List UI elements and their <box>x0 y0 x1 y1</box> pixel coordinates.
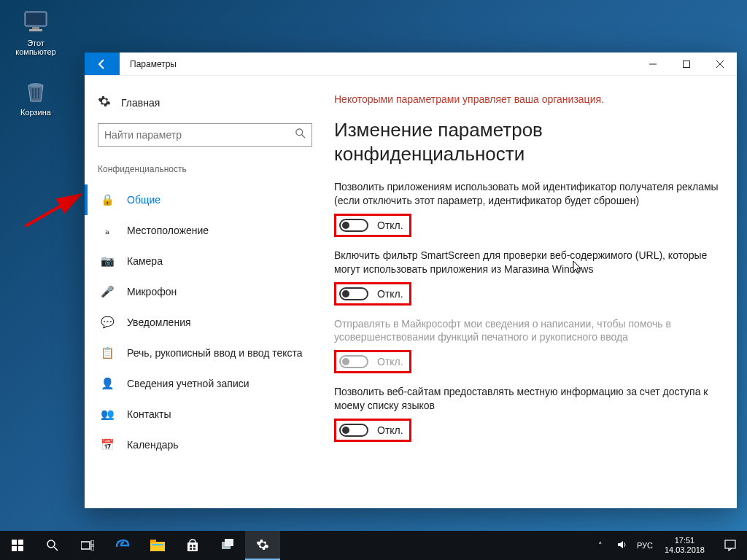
svg-point-4 <box>28 83 43 88</box>
svg-rect-15 <box>12 540 17 545</box>
taskbar: ˄ РУС 17:51 14.03.2018 <box>0 531 747 560</box>
clock-time: 17:51 <box>665 536 705 545</box>
back-button[interactable] <box>85 52 120 75</box>
search-icon <box>295 128 306 141</box>
nav-label: Микрофон <box>127 286 177 298</box>
speech-icon: 💬 <box>101 316 114 329</box>
search-input[interactable] <box>98 123 312 147</box>
nav-contacts[interactable]: 👥Контакты <box>85 399 325 429</box>
minimize-button[interactable] <box>636 52 670 75</box>
nav-label: Речь, рукописный ввод и ввод текста <box>127 347 303 359</box>
volume-icon[interactable] <box>615 540 630 551</box>
nav-label: Общие <box>127 194 160 206</box>
svg-rect-33 <box>225 539 233 546</box>
setting-desc: Позволить приложениям использовать мой и… <box>334 180 719 208</box>
toggle-switch[interactable] <box>339 424 368 437</box>
svg-rect-5 <box>32 88 34 98</box>
svg-rect-27 <box>187 542 198 551</box>
section-label: Конфиденциальность <box>85 164 325 184</box>
content-pane: Некоторыми параметрами управляет ваша ор… <box>325 76 737 508</box>
nav-label: Сведения учетной записи <box>127 378 249 389</box>
home-link[interactable]: Главная <box>85 90 325 123</box>
start-button[interactable] <box>0 531 35 560</box>
svg-point-19 <box>47 540 55 548</box>
toggle-switch[interactable] <box>339 219 368 232</box>
task-view-button[interactable] <box>70 531 105 560</box>
toggle-row: Откл. <box>334 350 411 373</box>
maximize-button[interactable] <box>670 52 703 75</box>
svg-rect-21 <box>81 542 90 549</box>
svg-rect-10 <box>684 61 690 67</box>
svg-line-8 <box>26 195 80 226</box>
language-indicator[interactable]: РУС <box>637 541 653 550</box>
monitor-icon <box>21 7 50 36</box>
toggle-switch <box>339 355 368 368</box>
desktop-icon-this-pc[interactable]: Этот компьютер <box>9 7 63 56</box>
toggle-row: Откл. <box>334 282 411 306</box>
nav-account[interactable]: 👤Сведения учетной записи <box>85 368 325 399</box>
clock[interactable]: 17:51 14.03.2018 <box>660 536 709 555</box>
page-heading: Изменение параметров конфиденциальности <box>334 118 719 166</box>
nav-camera[interactable]: 📷Камера <box>85 246 325 276</box>
svg-rect-6 <box>35 88 36 98</box>
svg-rect-31 <box>193 548 196 550</box>
svg-rect-1 <box>26 13 45 25</box>
toggle-row: Откл. <box>334 419 411 442</box>
toggle-state: Откл. <box>377 219 403 231</box>
nav-general[interactable]: 🔒Общие <box>85 184 325 215</box>
svg-rect-29 <box>193 545 196 547</box>
setting-desc: Позволить веб-сайтам предоставлять местн… <box>334 385 719 413</box>
toggle-switch[interactable] <box>339 287 368 300</box>
settings-taskbar-button[interactable] <box>245 531 280 560</box>
setting-desc: Отправлять в Майкрософт мои сведения о н… <box>334 317 719 345</box>
explorer-button[interactable] <box>140 531 175 560</box>
svg-rect-25 <box>150 540 156 542</box>
contacts-icon: 👥 <box>101 408 114 421</box>
search-field[interactable] <box>104 129 295 141</box>
lock-icon: 🔒 <box>101 193 114 206</box>
svg-rect-3 <box>29 29 42 31</box>
calendar-icon: 📅 <box>101 438 114 451</box>
svg-rect-26 <box>152 544 163 545</box>
camera-icon: 📷 <box>101 254 114 268</box>
sidebar: Главная Конфиденциальность 🔒Общие ₐМесто… <box>85 76 325 508</box>
svg-rect-7 <box>38 88 39 98</box>
svg-point-13 <box>296 129 303 136</box>
close-button[interactable] <box>703 52 737 75</box>
setting-desc: Включить фильтр SmartScreen для проверки… <box>334 249 719 276</box>
app-button[interactable] <box>210 531 245 560</box>
search-button[interactable] <box>35 531 70 560</box>
desktop-icon-recycle-bin[interactable]: Корзина <box>9 77 63 117</box>
nav-microphone[interactable]: 🎤Микрофон <box>85 276 325 307</box>
svg-line-14 <box>302 135 305 138</box>
annotation-arrow <box>22 186 88 230</box>
microphone-icon: 🎤 <box>101 285 114 298</box>
action-center-button[interactable] <box>716 540 744 551</box>
svg-rect-34 <box>725 540 735 548</box>
clipboard-icon: 📋 <box>101 346 114 359</box>
svg-rect-28 <box>190 545 192 547</box>
nav-notifications[interactable]: 💬Уведомления <box>85 307 325 338</box>
svg-rect-17 <box>12 546 17 551</box>
location-icon: ₐ <box>101 224 114 237</box>
nav-location[interactable]: ₐМестоположение <box>85 215 325 246</box>
svg-rect-24 <box>150 542 165 551</box>
toggle-state: Откл. <box>377 356 403 368</box>
setting-smartscreen: Включить фильтр SmartScreen для проверки… <box>334 249 719 306</box>
nav-speech[interactable]: 📋Речь, рукописный ввод и ввод текста <box>85 338 325 368</box>
svg-rect-23 <box>91 546 94 551</box>
toggle-state: Откл. <box>377 424 403 436</box>
nav-calendar[interactable]: 📅Календарь <box>85 429 325 460</box>
settings-window: Параметры Главная Конфиденциальность 🔒Об… <box>85 52 737 508</box>
edge-button[interactable] <box>105 531 140 560</box>
svg-line-20 <box>54 547 58 551</box>
nav-list: 🔒Общие ₐМестоположение 📷Камера 🎤Микрофон… <box>85 184 325 460</box>
clock-date: 14.03.2018 <box>665 545 705 555</box>
svg-rect-22 <box>91 540 94 545</box>
nav-label: Местоположение <box>127 225 209 236</box>
trash-icon <box>21 77 50 106</box>
window-title: Параметры <box>120 52 636 75</box>
svg-rect-30 <box>190 548 192 550</box>
store-button[interactable] <box>175 531 210 560</box>
tray-chevron-icon[interactable]: ˄ <box>593 541 608 551</box>
